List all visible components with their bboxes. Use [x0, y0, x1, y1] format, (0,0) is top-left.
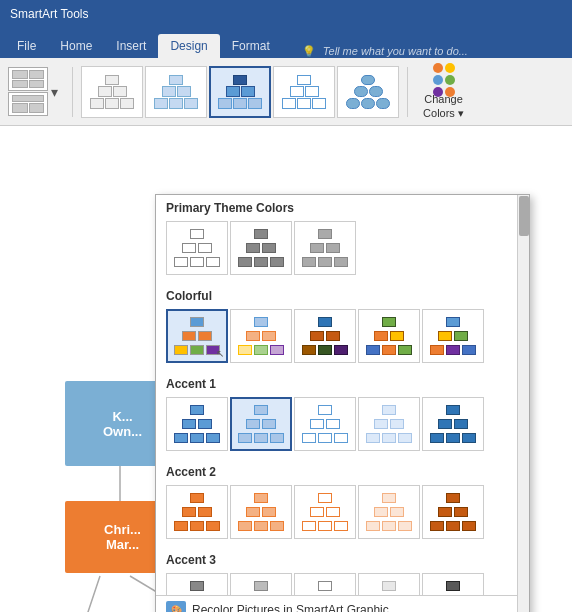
- primary-color-2[interactable]: [230, 221, 292, 275]
- accent2-color-2[interactable]: [230, 485, 292, 539]
- accent1-color-5[interactable]: [422, 397, 484, 451]
- accent1-color-1[interactable]: [166, 397, 228, 451]
- smartart-style-thumbnails: [81, 66, 399, 118]
- style-thumb-5[interactable]: [337, 66, 399, 118]
- recolor-icon: 🎨: [166, 601, 186, 612]
- accent2-color-grid: [156, 483, 529, 547]
- accent3-color-3[interactable]: [294, 573, 356, 595]
- accent1-color-3[interactable]: [294, 397, 356, 451]
- section-accent1-header: Accent 1: [156, 371, 529, 395]
- title-text: SmartArt Tools: [10, 7, 88, 21]
- main-content: K...Own... Chri...Mar... Alex, SalesAsso…: [0, 126, 572, 612]
- change-colors-icon: [428, 63, 460, 91]
- colorful-color-grid: ↖: [156, 307, 529, 371]
- layout-more-button[interactable]: ▾: [49, 67, 60, 116]
- accent3-color-grid: [156, 571, 529, 595]
- accent1-color-4[interactable]: [358, 397, 420, 451]
- accent1-color-2[interactable]: [230, 397, 292, 451]
- primary-color-grid: [156, 219, 529, 283]
- ribbon-tab-bar: File Home Insert Design Format 💡 Tell me…: [0, 28, 572, 58]
- section-primary-header: Primary Theme Colors: [156, 195, 529, 219]
- search-hint: Tell me what you want to do...: [323, 45, 468, 57]
- accent2-color-4[interactable]: [358, 485, 420, 539]
- accent2-color-5[interactable]: [422, 485, 484, 539]
- title-bar: SmartArt Tools: [0, 0, 572, 28]
- tab-format[interactable]: Format: [220, 34, 282, 58]
- style-thumb-4[interactable]: [273, 66, 335, 118]
- recolor-pictures-label: Recolor Pictures in SmartArt Graphic: [192, 603, 389, 612]
- accent2-color-3[interactable]: [294, 485, 356, 539]
- tab-file[interactable]: File: [5, 34, 48, 58]
- accent3-color-1[interactable]: [166, 573, 228, 595]
- dropdown-scrollbar[interactable]: [517, 195, 529, 612]
- dropdown-scroll-area[interactable]: Primary Theme Colors: [156, 195, 529, 595]
- accent1-color-grid: [156, 395, 529, 459]
- colorful-color-3[interactable]: [294, 309, 356, 363]
- ribbon: File Home Insert Design Format 💡 Tell me…: [0, 28, 572, 58]
- colorful-color-5[interactable]: [422, 309, 484, 363]
- primary-color-1[interactable]: [166, 221, 228, 275]
- accent3-color-4[interactable]: [358, 573, 420, 595]
- style-thumb-1[interactable]: [81, 66, 143, 118]
- accent2-color-1[interactable]: [166, 485, 228, 539]
- tab-design[interactable]: Design: [158, 34, 219, 58]
- section-accent2-header: Accent 2: [156, 459, 529, 483]
- colorful-color-1[interactable]: ↖: [166, 309, 228, 363]
- recolor-pictures-button[interactable]: 🎨 Recolor Pictures in SmartArt Graphic: [156, 595, 529, 612]
- style-thumb-3[interactable]: [209, 66, 271, 118]
- accent3-color-5[interactable]: [422, 573, 484, 595]
- section-accent3-header: Accent 3: [156, 547, 529, 571]
- style-thumb-2[interactable]: [145, 66, 207, 118]
- ribbon-toolbar: ▾: [0, 58, 572, 126]
- svg-line-1: [80, 576, 100, 612]
- change-colors-button[interactable]: ChangeColors ▾: [416, 58, 471, 124]
- change-colors-label: ChangeColors ▾: [423, 93, 464, 119]
- accent3-color-2[interactable]: [230, 573, 292, 595]
- layout-thumb-small-1[interactable]: [8, 67, 48, 91]
- colorful-color-2[interactable]: [230, 309, 292, 363]
- layout-thumb-small-2[interactable]: [8, 92, 48, 116]
- primary-color-3[interactable]: [294, 221, 356, 275]
- colorful-color-4[interactable]: [358, 309, 420, 363]
- section-colorful-header: Colorful: [156, 283, 529, 307]
- tab-home[interactable]: Home: [48, 34, 104, 58]
- tab-insert[interactable]: Insert: [104, 34, 158, 58]
- change-colors-dropdown: Primary Theme Colors: [155, 194, 530, 612]
